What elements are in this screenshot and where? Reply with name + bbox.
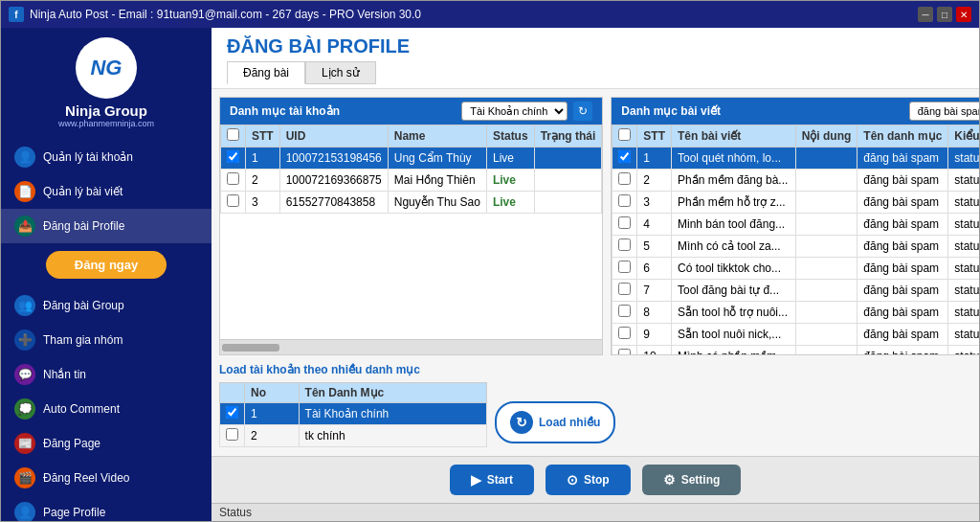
row-checkbox[interactable] xyxy=(612,280,637,302)
table-row[interactable]: 2 Phần mềm đăng bà... đăng bài spam stat… xyxy=(612,170,979,192)
tab-lich-su[interactable]: Lịch sử xyxy=(305,61,376,84)
sidebar-item-dang-reel-video[interactable]: 🎬 Đăng Reel Video xyxy=(1,461,212,495)
comment-icon: 💭 xyxy=(14,398,35,420)
row-checkbox[interactable] xyxy=(612,170,637,192)
stop-button[interactable]: ⊙ Stop xyxy=(546,465,631,495)
status-text: Status xyxy=(219,506,252,519)
hscroll-thumb xyxy=(222,344,279,352)
row-stt: 7 xyxy=(637,280,672,302)
document-icon: 📄 xyxy=(14,181,35,202)
setting-button[interactable]: ⚙ Setting xyxy=(642,465,742,495)
user-icon: 👤 xyxy=(14,147,35,168)
row-checkbox[interactable] xyxy=(612,324,637,346)
table-row[interactable]: 5 Mình có cả tool za... đăng bài spam st… xyxy=(612,236,979,258)
row-ten: Có tool tikktok cho... xyxy=(671,258,795,280)
table-row[interactable]: 3 61552770843858 Nguyễn Thu Sao Live xyxy=(221,192,602,214)
row-checkbox[interactable] xyxy=(612,346,637,355)
row-checkbox[interactable] xyxy=(221,148,246,170)
row-checkbox[interactable] xyxy=(612,258,637,280)
sidebar-item-dang-bai-group[interactable]: 👥 Đăng bài Group xyxy=(1,288,212,323)
table-row[interactable]: 2 100072169366875 Mai Hồng Thiên Live xyxy=(221,170,602,192)
start-button[interactable]: ▶ Start xyxy=(450,465,534,495)
row-kieu: status xyxy=(948,346,979,355)
bottom-section: Load tài khoản theo nhiều danh mục No Tê… xyxy=(219,361,971,447)
row-stt: 3 xyxy=(246,192,280,214)
table-row[interactable]: 4 Minh bán tool đăng... đăng bài spam st… xyxy=(612,214,979,236)
row-kieu: status xyxy=(948,148,979,170)
table-row[interactable]: 8 Sẵn tool hỗ trợ nuôi... đăng bài spam … xyxy=(612,302,979,324)
sidebar-label-page-profile: Page Profile xyxy=(43,506,105,519)
right-panel-controls: đăng bài spam ↻ xyxy=(909,102,979,121)
table-row[interactable]: 10 Mình có phần mềm ... đăng bài spam st… xyxy=(612,346,979,355)
row-tendanhmuc: đăng bài spam xyxy=(858,280,948,302)
minimize-button[interactable]: ─ xyxy=(918,7,933,22)
table-row[interactable]: 9 Sẵn tool nuôi nick,... đăng bài spam s… xyxy=(612,324,979,346)
table-row[interactable]: 3 Phần mềm hỗ trợ z... đăng bài spam sta… xyxy=(612,192,979,214)
tab-bar: Đăng bài Lịch sử xyxy=(227,61,964,84)
load-table: No Tên Danh Mục 1 Tài Khoản chính 2 tk c… xyxy=(219,382,487,447)
row-checkbox[interactable] xyxy=(612,214,637,236)
list-item[interactable]: 2 tk chính xyxy=(220,425,487,447)
load-nhieu-button[interactable]: ↻ Load nhiều xyxy=(495,401,615,443)
maximize-button[interactable]: □ xyxy=(937,7,952,22)
row-checkbox[interactable] xyxy=(612,192,637,214)
sidebar-label-quan-ly-tai-khoan: Quản lý tài khoản xyxy=(43,150,133,164)
list-item[interactable]: 1 Tài Khoản chính xyxy=(220,403,487,425)
add-group-icon: ➕ xyxy=(14,329,35,351)
tab-dang-bai[interactable]: Đăng bài xyxy=(227,61,305,84)
close-button[interactable]: ✕ xyxy=(956,7,971,22)
row-checkbox[interactable] xyxy=(221,170,246,192)
row-noidung xyxy=(795,280,858,302)
group-icon: 👥 xyxy=(14,295,35,316)
load-row-check[interactable] xyxy=(220,403,245,425)
content-area: ĐĂNG BÀI PROFILE Đăng bài Lịch sử Danh m… xyxy=(212,28,979,521)
row-stt: 1 xyxy=(637,148,672,170)
row-trangthai xyxy=(534,148,602,170)
table-row[interactable]: 1 Tool quét nhóm, lo... đăng bài spam st… xyxy=(612,148,979,170)
start-icon: ▶ xyxy=(471,472,481,488)
select-all-accounts[interactable] xyxy=(227,128,239,141)
col-name: Name xyxy=(388,125,486,148)
action-bar: ▶ Start ⊙ Stop ⚙ Setting xyxy=(212,456,979,503)
sidebar-item-nhan-tin[interactable]: 💬 Nhắn tin xyxy=(1,357,212,392)
load-nhiều-icon: ↻ xyxy=(510,411,533,434)
row-noidung xyxy=(795,236,858,258)
load-row-check[interactable] xyxy=(220,425,245,447)
left-panel-refresh-button[interactable]: ↻ xyxy=(573,102,592,121)
load-header: Load tài khoản theo nhiều danh mục xyxy=(219,361,971,378)
row-ten: Sẵn tool nuôi nick,... xyxy=(671,324,795,346)
sidebar-item-page-profile[interactable]: 👤 Page Profile xyxy=(1,495,212,521)
select-all-posts[interactable] xyxy=(618,128,631,141)
col-ten-danh-muc: Tên danh mục xyxy=(858,125,948,148)
right-panel-select[interactable]: đăng bài spam xyxy=(909,102,979,121)
row-stt: 10 xyxy=(637,346,672,355)
row-kieu: status xyxy=(948,192,979,214)
left-panel-select[interactable]: Tài Khoản chính xyxy=(461,102,568,121)
row-trangthai xyxy=(534,192,602,214)
sidebar-item-tham-gia-nhom[interactable]: ➕ Tham gia nhóm xyxy=(1,323,212,357)
row-checkbox[interactable] xyxy=(612,236,637,258)
profile-icon: 👤 xyxy=(14,502,35,521)
table-row[interactable]: 6 Có tool tikktok cho... đăng bài spam s… xyxy=(612,258,979,280)
dangngay-button[interactable]: Đăng ngay xyxy=(46,251,167,279)
left-hscroll[interactable] xyxy=(220,339,602,354)
sidebar-label-dang-bai-group: Đăng bài Group xyxy=(43,299,124,312)
col-trangthai: Trạng thái xyxy=(534,125,602,148)
row-ten: Mình có phần mềm ... xyxy=(671,346,795,355)
table-row[interactable]: 7 Tool đăng bài tự đ... đăng bài spam st… xyxy=(612,280,979,302)
sidebar-item-dang-bai-profile[interactable]: 📤 Đăng bài Profile xyxy=(1,209,212,243)
row-tendanhmuc: đăng bài spam xyxy=(858,258,948,280)
sidebar-item-quan-ly-tai-khoan[interactable]: 👤 Quản lý tài khoản xyxy=(1,140,212,174)
left-panel-title: Danh mục tài khoản xyxy=(230,104,340,118)
sidebar-item-dang-page[interactable]: 📰 Đăng Page xyxy=(1,426,212,461)
row-noidung xyxy=(795,346,858,355)
row-stt: 6 xyxy=(637,258,672,280)
row-checkbox[interactable] xyxy=(612,148,637,170)
col-kieu-bai-viet: Kiểu bài viết xyxy=(948,125,979,148)
sidebar-item-auto-comment[interactable]: 💭 Auto Comment xyxy=(1,392,212,426)
row-checkbox[interactable] xyxy=(221,192,246,214)
row-checkbox[interactable] xyxy=(612,302,637,324)
table-row[interactable]: 1 100072153198456 Ung Cẩm Thùy Live xyxy=(221,148,602,170)
sidebar-item-quan-ly-bai-viet[interactable]: 📄 Quản lý bài viết xyxy=(1,174,212,209)
row-tendanhmuc: đăng bài spam xyxy=(858,148,948,170)
